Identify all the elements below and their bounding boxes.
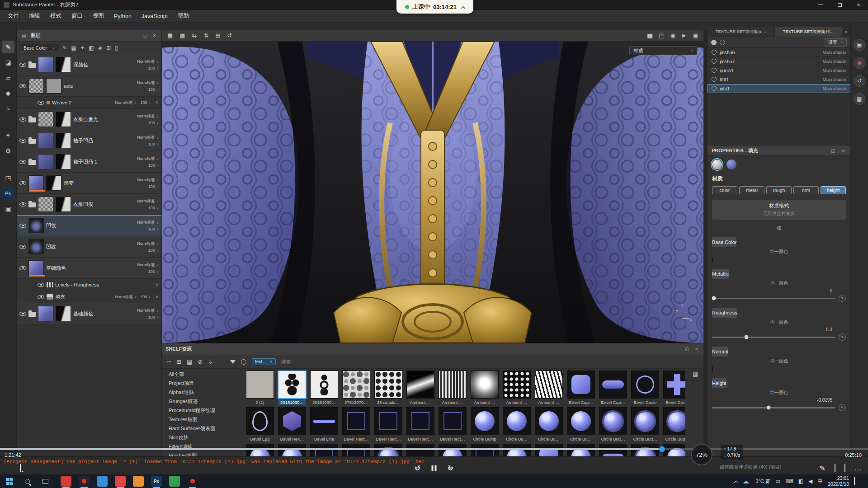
search-input[interactable] — [281, 359, 363, 365]
shelf-item[interactable] — [310, 444, 338, 456]
layer-row[interactable]: 衣服自发光 Norm标准 ∨ 100 ∨ ✕ — [17, 109, 161, 130]
shelf-item[interactable] — [599, 444, 627, 456]
resources-icon[interactable]: ▣ — [2, 202, 14, 215]
opacity-dropdown[interactable]: 100 ∨ — [148, 248, 159, 253]
layer-thumbnail[interactable] — [28, 239, 44, 254]
layer-row[interactable]: 填充 Norm标准 ∨ 100 ∨ ✕ — [17, 291, 161, 303]
shelf-item[interactable]: 20161030… — [310, 371, 338, 405]
history-icon[interactable]: ↺ — [854, 75, 865, 87]
remove-effect-button[interactable]: ✕ — [154, 282, 159, 287]
filter-preset-icon[interactable] — [241, 359, 246, 365]
shelf-item[interactable]: Circle Bump — [471, 407, 499, 442]
polygon-fill-tool[interactable]: ◆ — [2, 87, 14, 99]
layer-row[interactable]: 基础颜色 Norm标准 ∨ 100 ∨ ✕ — [17, 258, 161, 279]
shelf-item[interactable]: Circle Butt… — [631, 407, 659, 442]
close-button[interactable]: × — [849, 0, 868, 9]
tab-texture-set-list[interactable]: TEXTURE SET纹理集列… — [775, 27, 842, 37]
channel-section-header[interactable]: Base Color — [712, 237, 736, 247]
mirror-x-icon[interactable]: ⇆ — [192, 32, 197, 39]
layer-row[interactable]: 袖子凹凸 1 Norm标准 ∨ 100 ∨ ✕ — [17, 151, 161, 173]
channel-slider[interactable]: ✎ — [712, 333, 846, 341]
monitor-icon[interactable]: ▭ — [775, 478, 780, 484]
layer-mask-thumbnail[interactable] — [56, 197, 71, 212]
layer-thumbnail[interactable] — [38, 112, 53, 127]
blend-mode-dropdown[interactable]: Norm标准 ∨ — [137, 113, 159, 119]
layer-mask-thumbnail[interactable] — [56, 306, 71, 321]
display-settings-icon[interactable]: ◳ — [2, 172, 14, 184]
menu-item[interactable]: JavaScript — [137, 13, 173, 19]
shelf-item[interactable]: Bevel Rect… — [406, 407, 434, 442]
weather-widget[interactable]: -3°C 雾 — [754, 478, 770, 485]
panel-menu-icon[interactable]: ▤ — [20, 33, 27, 38]
layer-row[interactable]: 袖子凹凸 Norm标准 ∨ 100 ∨ ✕ — [17, 130, 161, 151]
shelf-item[interactable]: Bevel Cross — [663, 371, 685, 405]
layer-row[interactable]: Weave 2 Norm标准 ∨ 100 ∨ ✕ — [17, 97, 161, 109]
popout-icon[interactable]: ◱ — [683, 347, 690, 352]
delete-layer-icon[interactable]: ▯ — [115, 45, 118, 51]
class-timer-overlay[interactable]: 上课中 03:14:21 — [396, 0, 473, 14]
pause-button[interactable] — [432, 465, 437, 471]
show-all-icon[interactable] — [711, 40, 717, 45]
shelf-item[interactable]: Bevel Egg — [246, 407, 274, 442]
channel-fill-mode[interactable]: 均一颜色 — [712, 357, 846, 366]
start-button[interactable] — [0, 474, 18, 488]
channel-dropdown[interactable]: Base Color ∨ — [20, 44, 58, 52]
layer-name[interactable]: 深颜色 — [73, 61, 88, 68]
layer-thumbnail[interactable] — [28, 175, 44, 191]
layer-name[interactable]: Levels - Roughness — [55, 282, 99, 287]
fullscreen-button[interactable] — [844, 464, 845, 472]
opacity-dropdown[interactable]: 100 ∨ — [148, 206, 159, 210]
shelf-item[interactable] — [567, 444, 595, 456]
menu-item[interactable]: 模式 — [45, 12, 66, 20]
shelf-item[interactable] — [246, 444, 274, 456]
shelf-item[interactable] — [342, 444, 370, 456]
shelf-item[interactable]: 20161030… — [278, 371, 306, 405]
fill-bucket-icon[interactable]: ◧ — [89, 45, 94, 51]
layer-name[interactable]: 基础颜色 — [73, 310, 93, 317]
layer-thumbnail[interactable] — [38, 197, 53, 212]
shelf-item[interactable]: Bevel Hex… — [278, 407, 306, 442]
layer-name[interactable]: 基础颜色 — [46, 265, 66, 272]
taskbar-app-red[interactable] — [61, 476, 71, 487]
shelf-item[interactable]: 27813070… — [342, 371, 370, 405]
input-method-indicator[interactable]: 中 — [817, 478, 823, 485]
tile-grid-icon[interactable]: ▩ — [179, 32, 184, 39]
texture-set-row[interactable]: ttttt1 Main shader — [708, 75, 850, 84]
minimize-button[interactable] — [811, 0, 830, 9]
add-stencil-icon[interactable]: ⊞ — [215, 32, 220, 39]
opacity-dropdown[interactable]: 100 ∨ — [148, 87, 159, 92]
clock[interactable]: 23:01 2022/2/10 — [828, 475, 849, 487]
visibility-eye-icon[interactable] — [38, 101, 44, 105]
smudge-tool[interactable]: ≈ — [2, 102, 14, 114]
blend-mode-dropdown[interactable]: Norm标准 ∨ — [115, 294, 137, 300]
shelf-item[interactable]: Circle Bu… — [567, 407, 595, 442]
photoshop-plugin-icon[interactable]: Ps — [2, 187, 14, 199]
axis-gizmo[interactable]: Y Z x — [675, 307, 691, 320]
blend-mode-dropdown[interactable]: Norm标准 ∨ — [137, 156, 159, 162]
maximize-button[interactable] — [830, 0, 849, 9]
visibility-eye-icon[interactable] — [38, 283, 44, 287]
menu-item[interactable]: 窗口 — [66, 12, 88, 20]
add-folder-icon[interactable]: ⊞ — [106, 45, 111, 51]
shelf-item[interactable] — [471, 444, 499, 456]
layer-thumbnail[interactable] — [28, 78, 44, 94]
shelf-item[interactable]: Bevel Circle — [631, 371, 659, 405]
shader-dropdown[interactable]: 材质 ∨ — [629, 46, 697, 55]
layer-thumbnail[interactable] — [38, 57, 53, 72]
slider-handle[interactable] — [766, 405, 771, 410]
reset-view-icon[interactable]: ↺ — [227, 32, 231, 39]
forward-30-button[interactable]: ↻30 — [447, 465, 453, 472]
slider-track[interactable] — [712, 407, 835, 408]
menu-item[interactable]: 编辑 — [24, 12, 45, 20]
shelf-item[interactable]: Circle Bu… — [503, 407, 531, 442]
texture-set-row[interactable]: jinshu6 Main shader — [708, 48, 850, 57]
opacity-dropdown[interactable]: 100 ∨ — [148, 315, 159, 319]
blend-mode-dropdown[interactable]: Norm标准 ∨ — [137, 177, 159, 183]
channel-chip[interactable]: nrm — [793, 186, 819, 194]
record-icon[interactable]: ◉ — [854, 57, 865, 69]
projection-tool[interactable]: ▱ — [2, 71, 14, 84]
perspective-icon[interactable]: ◳ — [659, 32, 664, 39]
blend-mode-dropdown[interactable]: Norm标准 ∨ — [137, 198, 159, 204]
layer-mask-thumbnail[interactable] — [56, 133, 71, 148]
visibility-eye-icon[interactable] — [19, 181, 26, 185]
